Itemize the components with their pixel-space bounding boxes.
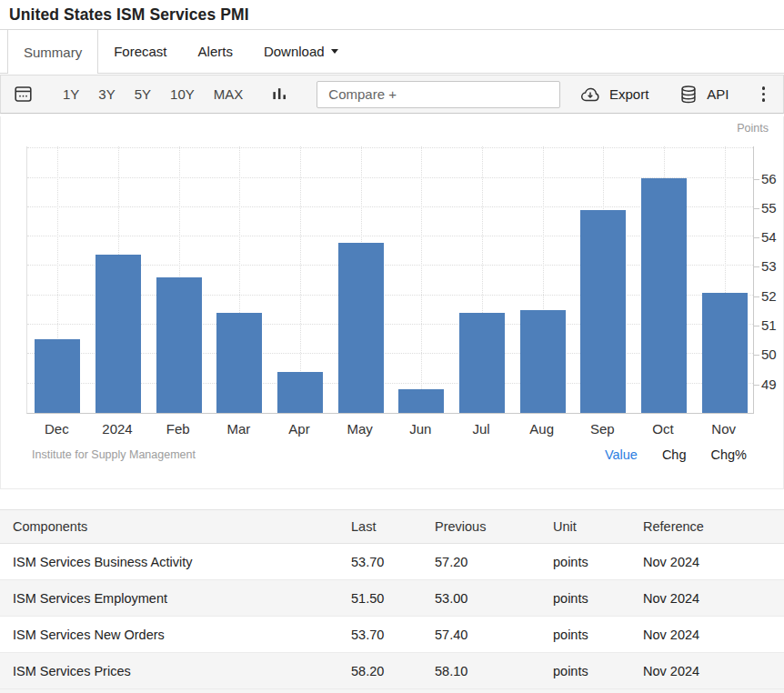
range-5y[interactable]: 5Y [135,86,151,102]
range-3y[interactable]: 3Y [98,86,115,102]
last-value: 53.70 [351,555,435,569]
reference-value: Nov 2024 [643,664,784,678]
tab-summary[interactable]: Summary [7,30,98,74]
range-1y[interactable]: 1Y [63,86,79,102]
compare-input[interactable] [317,81,560,108]
col-header-reference: Reference [643,519,784,534]
reference-value: Nov 2024 [643,555,784,569]
chart-bar-may[interactable] [338,243,384,413]
y-axis-label: 49 [761,377,777,393]
cloud-download-icon [579,84,601,105]
x-axis-label: Feb [147,420,208,438]
y-axis-tick [754,326,759,326]
x-axis-label: 2024 [87,420,148,438]
mode-chg[interactable]: Chg [662,447,687,462]
chart-mode-switch: Value Chg Chg% [605,447,747,462]
chart-bar-jul[interactable] [459,313,505,413]
plot-area [26,146,754,414]
chart-bar-apr[interactable] [277,372,323,413]
x-axis-label: Dec [26,420,87,438]
database-icon [678,85,699,105]
chart-bar-oct[interactable] [641,178,687,413]
mode-value[interactable]: Value [605,447,638,462]
y-axis-label: 50 [761,346,777,363]
range-max[interactable]: MAX [214,86,244,102]
components-table: Components Last Previous Unit Reference … [0,509,784,689]
chart-bar-sep[interactable] [580,210,626,413]
api-button[interactable]: API [678,85,729,105]
col-header-last: Last [351,519,435,534]
component-name[interactable]: ISM Services Prices [0,664,351,678]
export-label: Export [609,86,648,102]
table-row[interactable]: ISM Services Prices58.2058.10pointsNov 2… [0,653,784,689]
unit-value: points [553,555,643,569]
y-axis-tick [754,266,759,267]
gridline-h [27,147,753,148]
y-axis-label: 52 [761,288,777,305]
caret-down-icon [331,49,338,54]
chart-card: Points 4950515253545556 Dec2024FebMarApr… [0,116,784,489]
unit-value: points [553,591,643,606]
last-value: 53.70 [351,628,435,642]
component-name[interactable]: ISM Services Business Activity [0,555,351,569]
x-axis-label: Sep [572,420,633,438]
y-axis-tick [754,355,759,356]
table-row[interactable]: ISM Services Business Activity53.7057.20… [0,544,784,580]
mode-chg-pct[interactable]: Chg% [711,447,748,462]
reference-value: Nov 2024 [643,628,784,642]
tab-alerts[interactable]: Alerts [183,30,248,73]
x-axis-label: May [329,420,390,438]
y-axis-tick [754,296,759,297]
gridline-v [421,146,422,413]
range-10y[interactable]: 10Y [170,86,195,102]
calendar-icon [14,85,33,104]
x-axis-label: Nov [693,420,754,438]
reference-value: Nov 2024 [643,591,784,606]
toolbar-right-group: Export API [579,84,770,105]
component-name[interactable]: ISM Services New Orders [0,628,351,642]
previous-value: 58.10 [435,664,553,678]
tab-download[interactable]: Download [248,30,354,73]
chart-bar-jun[interactable] [398,389,444,413]
bar-chart-type-icon [271,85,288,103]
x-axis-label: Jul [451,420,512,438]
y-axis-label: 53 [761,258,777,275]
y-axis-label: 55 [761,200,777,216]
tab-download-label: Download [264,44,325,59]
col-header-unit: Unit [553,519,643,534]
last-value: 51.50 [351,591,435,606]
y-axis-unit-label: Points [737,122,769,135]
chart-bar-aug[interactable] [520,310,566,413]
y-axis-tick [754,208,759,209]
table-row[interactable]: ISM Services Employment51.5053.00pointsN… [0,580,784,617]
x-axis-label: Apr [269,420,330,438]
component-name[interactable]: ISM Services Employment [0,591,351,606]
chart-bar-dec[interactable] [35,339,80,413]
col-header-components: Components [0,519,351,534]
chart-bar-feb[interactable] [156,277,202,413]
kebab-menu-icon[interactable] [757,85,771,104]
y-axis-tick [754,237,759,238]
range-selector: 1Y 3Y 5Y 10Y MAX [63,86,243,102]
chart-bar-nov[interactable] [702,293,748,413]
chart-footer: Institute for Supply Management Value Ch… [1,444,783,466]
components-table-body: ISM Services Business Activity53.7057.20… [0,544,784,689]
table-row[interactable]: ISM Services New Orders53.7057.40pointsN… [0,617,784,653]
y-axis-label: 51 [761,317,777,334]
tab-forecast[interactable]: Forecast [98,30,182,73]
y-axis-label: 56 [761,171,777,187]
y-axis-tick [754,385,759,386]
x-axis-label: Oct [633,420,694,438]
y-axis-tick [754,179,759,180]
unit-value: points [553,664,643,678]
page-title: United States ISM Services PMI [9,5,249,25]
x-axis-label: Jun [390,420,451,438]
chart-bar-mar[interactable] [216,313,262,413]
chart-type-button[interactable] [271,85,288,103]
page-header: United States ISM Services PMI [0,0,784,30]
last-value: 58.20 [351,664,435,678]
chart-bar-2024[interactable] [95,255,141,413]
col-header-previous: Previous [435,519,553,534]
export-button[interactable]: Export [579,84,648,105]
calendar-button[interactable] [14,85,33,104]
